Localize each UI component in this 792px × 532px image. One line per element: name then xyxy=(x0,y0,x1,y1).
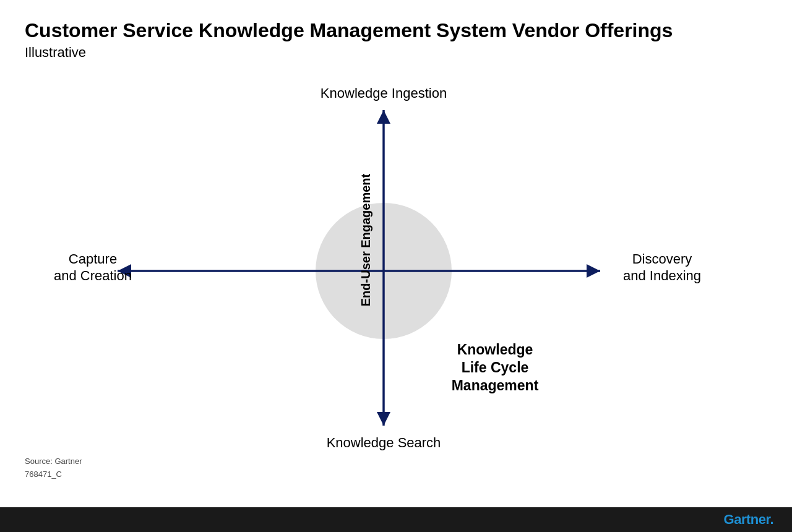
bottom-arrowhead xyxy=(377,412,390,426)
bottom-bar: Gartner. xyxy=(0,507,792,532)
main-content: Customer Service Knowledge Management Sy… xyxy=(0,0,792,507)
source-text: Source: Gartner xyxy=(25,455,82,468)
left-axis-label-line1: Capture xyxy=(69,251,117,267)
top-arrowhead xyxy=(377,110,390,124)
footer-id: 768471_C xyxy=(25,468,82,481)
gartner-dot: . xyxy=(770,512,773,527)
right-arrowhead xyxy=(587,264,600,278)
vertical-axis-label: End-User Engagement xyxy=(359,174,372,307)
page-title: Customer Service Knowledge Management Sy… xyxy=(25,19,767,42)
footer: Source: Gartner 768471_C xyxy=(25,455,82,481)
chart-area: Knowledge Ingestion Knowledge Search Cap… xyxy=(25,73,767,457)
center-label-line1: Knowledge xyxy=(457,341,533,358)
gartner-logo-text: Gartner xyxy=(724,512,770,527)
page-subtitle: Illustrative xyxy=(25,45,767,61)
gartner-logo: Gartner. xyxy=(724,512,773,528)
right-axis-label-line2: and Indexing xyxy=(623,268,701,283)
center-label-line3: Management xyxy=(452,377,539,393)
left-axis-label-line2: and Creation xyxy=(54,268,132,283)
right-axis-label-line1: Discovery xyxy=(632,251,692,267)
top-axis-label: Knowledge Ingestion xyxy=(321,85,447,101)
center-label-line2: Life Cycle xyxy=(462,359,529,375)
bottom-axis-label: Knowledge Search xyxy=(327,435,441,450)
chart-svg: Knowledge Ingestion Knowledge Search Cap… xyxy=(25,73,767,457)
